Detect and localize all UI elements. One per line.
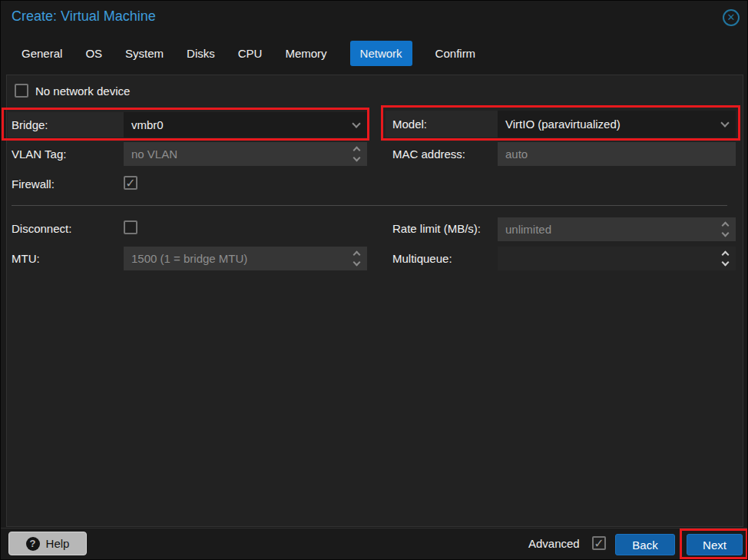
model-label: Model: [386,111,498,138]
chevron-down-icon [720,118,729,127]
spinner-arrows-icon [354,252,359,265]
model-value: VirtIO (paravirtualized) [505,118,722,131]
tab-os[interactable]: OS [85,41,102,66]
chevron-down-icon [352,119,360,128]
advanced-label: Advanced [528,537,580,550]
firewall-checkbox[interactable]: ✓ [124,176,137,190]
spinner-arrows-icon [723,252,728,265]
tab-network[interactable]: Network [350,41,412,66]
tab-system[interactable]: System [125,41,164,66]
model-combobox[interactable]: VirtIO (paravirtualized) [498,111,736,138]
vlan-tag-label: VLAN Tag: [12,147,66,161]
mtu-placeholder: 1500 (1 = bridge MTU) [131,252,354,265]
rate-limit-placeholder: unlimited [505,223,723,236]
tab-general[interactable]: General [22,41,62,66]
bridge-label: Bridge: [8,112,124,138]
mtu-label: MTU: [12,252,40,265]
mac-address-placeholder: auto [505,147,728,161]
bridge-value: vmbr0 [131,118,353,131]
tab-confirm[interactable]: Confirm [435,41,476,66]
back-button[interactable]: Back [615,534,675,555]
dialog-titlebar: Create: Virtual Machine ✕ [1,1,747,35]
multiqueue-spinner[interactable] [498,247,736,270]
tab-cpu[interactable]: CPU [238,41,263,66]
vlan-tag-spinner: no VLAN [124,142,367,166]
help-button-label: Help [46,537,70,550]
disconnect-checkbox[interactable]: ✓ [124,220,137,234]
mtu-spinner: 1500 (1 = bridge MTU) [124,247,367,270]
mac-address-field: auto [498,142,736,166]
bridge-combobox[interactable]: vmbr0 [124,112,367,138]
rate-limit-spinner: unlimited [498,217,736,241]
dialog-footer: ? Help Advanced ✓ Back Next [1,528,747,560]
close-icon[interactable]: ✕ [723,9,740,26]
disconnect-label: Disconnect: [12,222,71,235]
question-mark-icon: ? [26,537,40,551]
vlan-tag-placeholder: no VLAN [131,147,354,161]
multiqueue-label: Multiqueue: [392,252,452,265]
spinner-arrows-icon [354,147,359,161]
tab-memory[interactable]: Memory [285,41,326,66]
rate-limit-label: Rate limit (MB/s): [392,222,481,235]
no-network-device-label: No network device [35,84,130,98]
advanced-checkbox[interactable]: ✓ [592,536,606,550]
section-divider [12,205,727,206]
dialog-title: Create: Virtual Machine [12,8,156,25]
no-network-device-checkbox[interactable]: ✓ [15,84,28,98]
help-button[interactable]: ? Help [8,532,87,555]
tab-disks[interactable]: Disks [187,41,215,66]
firewall-label: Firewall: [12,177,55,191]
spinner-arrows-icon [723,223,728,236]
create-vm-dialog: Create: Virtual Machine ✕ General OS Sys… [0,0,748,560]
mac-address-label: MAC address: [392,147,465,161]
wizard-tabs: General OS System Disks CPU Memory Netwo… [22,41,475,66]
next-button[interactable]: Next [687,534,743,555]
